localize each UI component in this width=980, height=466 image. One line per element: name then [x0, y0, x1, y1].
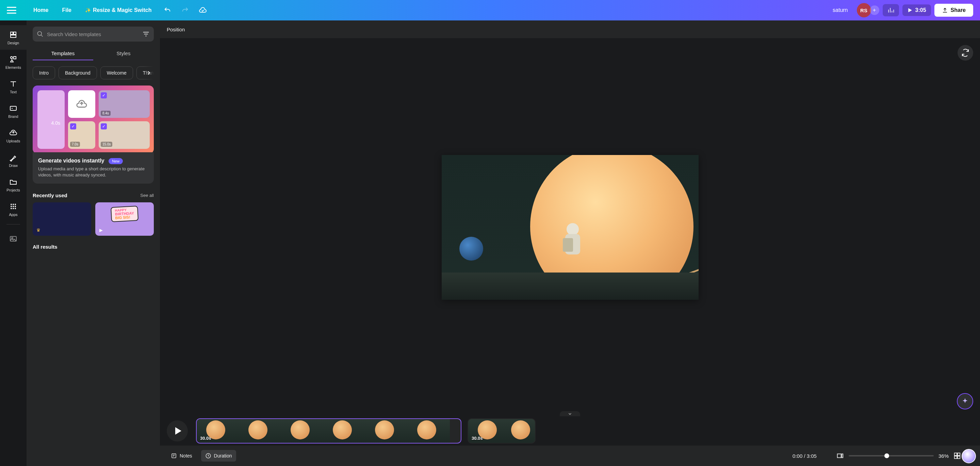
rail-elements[interactable]: Elements — [0, 50, 27, 74]
left-rail: Design Elements Text Brand Uploads Draw … — [0, 21, 27, 466]
svg-rect-0 — [11, 32, 13, 34]
svg-point-12 — [11, 208, 12, 209]
recent-thumbnails: ♛ HAPPY BIRTHDAY BIG SIS! ▶ — [33, 202, 154, 236]
tab-templates[interactable]: Templates — [33, 47, 93, 60]
rail-text[interactable]: Text — [0, 74, 27, 99]
generate-videos-promo[interactable]: ✓ 8.4s 4.0s ✓ 7.0s ✓ 15.0s — [33, 86, 154, 154]
assistant-button[interactable] — [962, 449, 976, 463]
zoom-slider[interactable] — [849, 455, 934, 456]
sparkle-refresh-icon — [961, 49, 969, 57]
rail-draw[interactable]: Draw — [0, 148, 27, 172]
user-avatar[interactable]: RS — [857, 3, 871, 18]
recent-template-1[interactable]: ♛ — [33, 202, 91, 236]
apps-icon — [9, 202, 18, 211]
tab-styles[interactable]: Styles — [93, 47, 154, 60]
check-icon: ✓ — [101, 123, 107, 129]
rail-projects[interactable]: Projects — [0, 172, 27, 197]
svg-point-7 — [13, 204, 14, 205]
rail-apps[interactable]: Apps — [0, 197, 27, 222]
svg-point-9 — [11, 206, 12, 207]
svg-point-6 — [11, 204, 12, 205]
share-button[interactable]: Share — [934, 4, 973, 17]
chip-background[interactable]: Background — [59, 66, 97, 79]
svg-rect-25 — [958, 456, 960, 458]
promo-description: Upload media and type a short descriptio… — [38, 166, 148, 178]
context-toolbar: Position — [160, 21, 980, 38]
panel-tabs: Templates Styles — [33, 47, 154, 60]
notes-button[interactable]: Notes — [167, 450, 196, 461]
chevron-down-icon — [568, 412, 572, 416]
thumbnail-view-icon[interactable] — [837, 452, 844, 460]
design-canvas[interactable] — [442, 155, 698, 300]
filter-icon[interactable] — [142, 30, 150, 38]
rail-brand[interactable]: Brand — [0, 99, 27, 123]
svg-rect-1 — [14, 32, 16, 34]
play-button[interactable] — [167, 420, 188, 442]
category-chips: Intro Background Welcome Thanks — [33, 66, 154, 79]
recently-used-header: Recently used See all — [33, 193, 154, 198]
svg-point-8 — [14, 204, 16, 205]
menu-button[interactable] — [7, 7, 16, 14]
svg-point-14 — [14, 208, 16, 209]
recent-template-2[interactable]: HAPPY BIRTHDAY BIG SIS! ▶ — [95, 202, 154, 236]
rail-design[interactable]: Design — [0, 25, 27, 50]
tile-duration: 15.0s — [101, 142, 112, 147]
timeline: 30.0s 30.0s — [160, 416, 980, 445]
chip-intro[interactable]: Intro — [33, 66, 55, 79]
play-icon: ▶ — [97, 226, 105, 234]
folder-icon — [9, 178, 18, 186]
elements-icon — [9, 55, 18, 63]
recently-used-title: Recently used — [33, 193, 67, 198]
svg-rect-2 — [11, 35, 16, 37]
add-collaborator-button[interactable]: + — [870, 5, 879, 15]
duration-button[interactable]: Duration — [201, 450, 236, 461]
analytics-button[interactable] — [883, 4, 899, 16]
timeline-clip-2[interactable]: 30.0s — [468, 418, 536, 444]
ai-assist-button[interactable] — [957, 393, 973, 409]
grid-view-icon[interactable] — [953, 452, 961, 460]
search-bar — [33, 27, 154, 41]
rail-photos[interactable] — [0, 229, 27, 248]
svg-point-3 — [11, 57, 13, 59]
all-results-heading: All results — [33, 244, 154, 250]
undo-button[interactable] — [161, 3, 174, 17]
canvas-area: Position — [160, 21, 980, 416]
cloud-sync-button[interactable] — [196, 3, 210, 17]
text-icon — [9, 80, 18, 88]
svg-rect-24 — [955, 456, 957, 458]
timeline-clip-1[interactable]: 30.0s — [196, 418, 461, 444]
see-all-link[interactable]: See all — [140, 193, 154, 198]
document-title-input[interactable] — [778, 5, 850, 15]
promo-upload-tile[interactable] — [68, 90, 95, 118]
file-button[interactable]: File — [55, 5, 78, 16]
search-icon — [37, 31, 43, 37]
side-panel: Templates Styles Intro Background Welcom… — [27, 21, 160, 466]
promo-tile-2: ✓ 7.0s — [68, 121, 95, 149]
present-button[interactable]: 3:05 — [902, 5, 931, 16]
cloud-check-icon — [199, 6, 207, 14]
chips-scroll-right[interactable] — [143, 66, 154, 79]
timeline-collapse-toggle[interactable] — [560, 411, 580, 417]
cloud-upload-icon — [76, 99, 88, 110]
regenerate-button[interactable] — [958, 45, 973, 61]
clip-duration-label: 30.0s — [200, 436, 211, 441]
canvas-viewport[interactable] — [160, 38, 980, 416]
home-button[interactable]: Home — [27, 5, 55, 16]
upload-icon — [942, 7, 948, 13]
promo-tile-big: 4.0s — [37, 90, 65, 149]
chip-welcome[interactable]: Welcome — [100, 66, 133, 79]
promo-tile-3: ✓ 15.0s — [99, 121, 150, 149]
svg-rect-5 — [10, 106, 16, 110]
bottom-bar: Notes Duration 0:00 / 3:05 36% — [160, 445, 980, 466]
redo-icon — [181, 6, 189, 14]
timeline-track[interactable]: 30.0s 30.0s — [196, 418, 973, 444]
crown-icon: ♛ — [35, 226, 42, 234]
promo-info: Generate videos instantly New Upload med… — [33, 152, 154, 184]
redo-button[interactable] — [178, 3, 192, 17]
position-button[interactable]: Position — [167, 27, 185, 32]
rail-uploads[interactable]: Uploads — [0, 123, 27, 148]
zoom-slider-knob[interactable] — [885, 453, 889, 458]
search-input[interactable] — [47, 31, 139, 37]
svg-point-11 — [14, 206, 16, 207]
resize-magic-button[interactable]: Resize & Magic Switch — [78, 5, 159, 16]
